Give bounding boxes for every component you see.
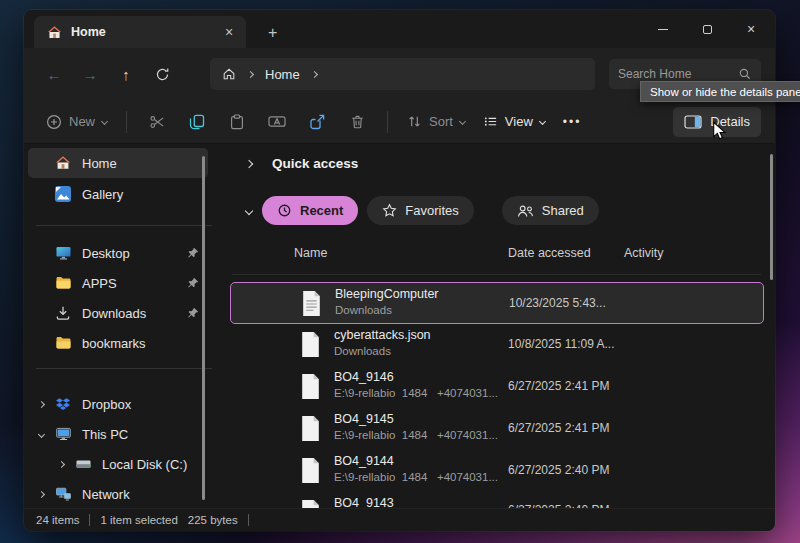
sidebar-item-bookmarks[interactable]: bookmarks	[28, 328, 208, 358]
document-icon	[300, 331, 321, 358]
scissors-icon	[149, 114, 166, 130]
minimize-button[interactable]	[641, 10, 685, 48]
details-pane-icon	[684, 115, 702, 129]
breadcrumb-home[interactable]: Home	[265, 67, 300, 82]
people-icon	[517, 204, 534, 218]
folder-icon	[54, 274, 72, 292]
breadcrumb-chevron-icon[interactable]	[311, 70, 318, 77]
file-list: BleepingComputer Downloads 10/23/2025 5:…	[230, 276, 767, 508]
document-icon	[300, 373, 321, 400]
sidebar-item-local-disk-c[interactable]: Local Disk (C:)	[28, 449, 208, 479]
copy-button[interactable]	[180, 107, 214, 137]
back-button[interactable]: ←	[38, 58, 70, 90]
pin-icon	[187, 277, 199, 289]
file-row[interactable]: BO4_9144 E:\9-rellabio 1484 +4074031... …	[230, 450, 764, 492]
filter-shared[interactable]: Shared	[502, 196, 599, 225]
file-row[interactable]: cyberattacks.json Downloads 10/8/2025 11…	[230, 324, 764, 366]
column-name[interactable]: Name	[294, 246, 327, 260]
column-header-divider	[232, 274, 761, 275]
paste-button[interactable]	[220, 107, 254, 137]
new-icon	[46, 114, 62, 130]
filter-recent[interactable]: Recent	[262, 196, 358, 225]
chevron-down-icon	[37, 430, 44, 437]
pin-icon	[187, 307, 199, 319]
cut-button[interactable]	[140, 107, 174, 137]
address-bar[interactable]: Home	[210, 58, 595, 90]
status-divider	[89, 514, 90, 526]
sidebar-item-network[interactable]: Network	[28, 479, 208, 509]
dropbox-icon	[54, 395, 72, 413]
column-activity[interactable]: Activity	[624, 246, 664, 260]
chevron-right-icon	[57, 460, 64, 467]
copy-icon	[189, 114, 205, 130]
file-row[interactable]: BO4_9143 6/27/2025 2:40 PM	[230, 492, 764, 508]
forward-button[interactable]: →	[74, 58, 106, 90]
file-row[interactable]: BO4_9146 E:\9-rellabio 1484 +4074031... …	[230, 366, 764, 408]
toolbar-divider	[126, 111, 127, 133]
close-button[interactable]: ×	[729, 10, 773, 48]
chevron-down-icon	[539, 118, 546, 125]
status-divider	[248, 514, 249, 526]
delete-button[interactable]	[340, 107, 374, 137]
new-tab-button[interactable]: +	[268, 25, 277, 41]
desktop-icon	[54, 244, 72, 262]
refresh-button[interactable]	[146, 58, 178, 90]
chevron-right-icon	[37, 400, 44, 407]
sidebar-item-home[interactable]: Home	[28, 148, 208, 178]
sidebar-item-apps[interactable]: APPS	[28, 268, 208, 298]
desktop: { "icons": { "back": "←", "forward": "→"…	[0, 0, 800, 543]
rename-icon	[268, 114, 286, 129]
gallery-icon	[54, 185, 72, 203]
more-options-button[interactable]: •••	[557, 107, 588, 137]
sidebar-item-gallery[interactable]: Gallery	[28, 179, 208, 209]
file-row[interactable]: BleepingComputer Downloads 10/23/2025 5:…	[230, 282, 764, 324]
sidebar-scrollbar[interactable]	[202, 156, 205, 500]
close-icon: ×	[747, 21, 755, 37]
paste-icon	[229, 114, 245, 130]
disk-drive-icon	[74, 455, 92, 473]
document-icon	[300, 457, 321, 484]
tab-close-icon[interactable]: ×	[220, 23, 238, 41]
view-button[interactable]: View	[477, 107, 551, 137]
sort-icon	[407, 114, 422, 129]
sidebar-item-downloads[interactable]: Downloads	[28, 298, 208, 328]
selection-size: 225 bytes	[188, 514, 238, 526]
view-icon	[483, 114, 498, 129]
caption-buttons: ×	[641, 10, 773, 48]
network-icon	[54, 485, 72, 503]
filter-favorites[interactable]: Favorites	[367, 196, 473, 225]
filter-favorites-label: Favorites	[405, 203, 458, 218]
sidebar-item-desktop[interactable]: Desktop	[28, 238, 208, 268]
file-list-scrollbar[interactable]	[770, 154, 773, 280]
filter-pills: Recent Favorites Shared	[236, 196, 608, 225]
sort-button[interactable]: Sort	[401, 107, 471, 137]
minimize-icon	[658, 29, 668, 30]
column-date-accessed[interactable]: Date accessed	[508, 246, 591, 260]
quick-access-header[interactable]: Quick access	[236, 156, 358, 171]
sidebar-item-this-pc[interactable]: This PC	[28, 419, 208, 449]
share-button[interactable]	[300, 107, 334, 137]
sidebar-item-dropbox[interactable]: Dropbox	[28, 389, 208, 419]
share-icon	[309, 114, 325, 130]
chevron-down-icon	[101, 118, 108, 125]
item-count: 24 items	[36, 514, 79, 526]
star-icon	[382, 203, 397, 218]
document-icon	[300, 415, 321, 442]
chevron-right-icon	[37, 490, 44, 497]
chevron-down-icon	[245, 206, 253, 214]
up-button[interactable]: ↑	[110, 58, 142, 90]
trash-icon	[350, 114, 365, 130]
search-icon	[738, 67, 752, 81]
tab-home[interactable]: Home ×	[34, 16, 246, 48]
maximize-button[interactable]	[685, 10, 729, 48]
breadcrumb-home-icon	[222, 67, 236, 81]
document-icon	[300, 499, 321, 508]
pin-icon	[187, 247, 199, 259]
new-button[interactable]: New	[40, 107, 113, 137]
breadcrumb-chevron-icon[interactable]	[247, 70, 254, 77]
explorer-body: Home Gallery Desktop	[24, 144, 775, 508]
rename-button[interactable]	[260, 107, 294, 137]
filter-recent-label: Recent	[300, 203, 343, 218]
file-row[interactable]: BO4_9145 E:\9-rellabio 1484 +4074031... …	[230, 408, 764, 450]
search-input[interactable]	[618, 67, 738, 81]
